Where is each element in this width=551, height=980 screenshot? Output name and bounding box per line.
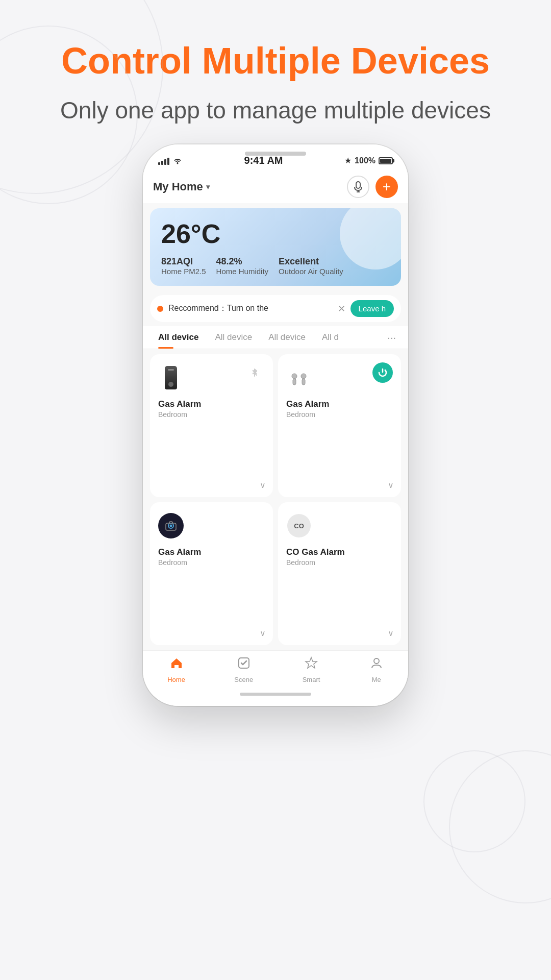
tab-all-device-3[interactable]: All device bbox=[260, 326, 314, 349]
svg-rect-5 bbox=[293, 379, 296, 385]
header-icons: + bbox=[347, 176, 398, 198]
co-badge-icon: CO bbox=[287, 514, 311, 537]
device-grid: Gas Alarm Bedroom ∨ bbox=[143, 349, 408, 650]
air-quality-label: Outdoor Air Quality bbox=[279, 267, 343, 276]
nav-home[interactable]: Home bbox=[167, 656, 185, 683]
tabs-more-button[interactable]: ··· bbox=[382, 327, 401, 349]
co-sensor-image: CO bbox=[286, 510, 312, 541]
device-card-4[interactable]: CO CO Gas Alarm Bedroom ∨ bbox=[278, 502, 401, 645]
device-icon-area-1 bbox=[158, 362, 265, 393]
device-tabs: All device All device All device All d ·… bbox=[143, 326, 408, 349]
tab-all-device-1[interactable]: All device bbox=[150, 326, 207, 349]
phone-bottom-bar bbox=[143, 688, 408, 706]
device-card-1[interactable]: Gas Alarm Bedroom ∨ bbox=[150, 354, 273, 497]
tab-all-device-2[interactable]: All device bbox=[207, 326, 260, 349]
rec-action-button[interactable]: Leave h bbox=[350, 300, 394, 317]
humidity-value: 48.2% bbox=[216, 256, 269, 267]
device-room-1: Bedroom bbox=[158, 410, 265, 419]
camera-image bbox=[158, 510, 184, 541]
recommendation-bar: Reccommend：Turn on the ✕ Leave h bbox=[150, 295, 401, 322]
home-name: My Home bbox=[153, 180, 203, 193]
mic-icon bbox=[354, 181, 363, 192]
device-icon-area-2 bbox=[286, 362, 393, 393]
me-nav-icon bbox=[369, 656, 384, 674]
home-selector[interactable]: My Home ▾ bbox=[153, 180, 210, 193]
status-off-icon-3 bbox=[244, 510, 265, 531]
weather-air-quality: Excellent Outdoor Air Quality bbox=[279, 256, 343, 276]
home-nav-icon bbox=[169, 656, 184, 674]
scene-nav-label: Scene bbox=[234, 676, 253, 683]
scene-nav-icon bbox=[237, 656, 251, 674]
device-name-2: Gas Alarm bbox=[286, 399, 393, 409]
smart-nav-icon bbox=[304, 656, 318, 674]
device-room-2: Bedroom bbox=[286, 410, 393, 419]
weather-aqi: 821AQI Home PM2.5 bbox=[161, 256, 206, 276]
page-header: Control Multiple Devices Only one app to… bbox=[0, 0, 551, 144]
svg-rect-1 bbox=[356, 182, 360, 188]
expand-icon-2[interactable]: ∨ bbox=[388, 480, 394, 490]
gas-device-image bbox=[158, 362, 184, 393]
phone-frame: 9:41 AM ★ 100% My Home ▾ bbox=[143, 144, 408, 706]
svg-rect-7 bbox=[302, 379, 305, 385]
svg-marker-14 bbox=[306, 657, 317, 668]
home-nav-label: Home bbox=[167, 676, 185, 683]
bottom-nav: Home Scene Smart bbox=[143, 650, 408, 688]
humidity-label: Home Humidity bbox=[216, 267, 269, 276]
air-quality-value: Excellent bbox=[279, 256, 343, 267]
expand-icon-3[interactable]: ∨ bbox=[260, 628, 266, 638]
svg-point-0 bbox=[177, 162, 179, 164]
weather-card: 26°C 821AQI Home PM2.5 48.2% Home Humidi… bbox=[150, 208, 401, 286]
device-room-4: Bedroom bbox=[286, 558, 393, 567]
bluetooth-off-icon bbox=[244, 362, 265, 383]
bluetooth-icon: ★ bbox=[344, 156, 352, 165]
device-card-2[interactable]: Gas Alarm Bedroom ∨ bbox=[278, 354, 401, 497]
signal-bars bbox=[158, 157, 169, 165]
rec-close-button[interactable]: ✕ bbox=[338, 303, 345, 314]
status-off-icon-4 bbox=[372, 510, 393, 531]
status-bar: 9:41 AM ★ 100% bbox=[143, 144, 408, 170]
svg-point-6 bbox=[301, 374, 306, 379]
status-right: ★ 100% bbox=[344, 156, 393, 165]
mic-button[interactable] bbox=[347, 176, 369, 198]
status-left bbox=[158, 157, 183, 165]
device-card-3[interactable]: Gas Alarm Bedroom ∨ bbox=[150, 502, 273, 645]
me-nav-label: Me bbox=[372, 676, 381, 683]
battery-icon bbox=[379, 157, 393, 164]
smart-nav-label: Smart bbox=[303, 676, 320, 683]
aqi-label: Home PM2.5 bbox=[161, 267, 206, 276]
battery-percent: 100% bbox=[355, 156, 375, 165]
status-time: 9:41 AM bbox=[244, 155, 283, 166]
nav-smart[interactable]: Smart bbox=[303, 656, 320, 683]
expand-icon-4[interactable]: ∨ bbox=[388, 628, 394, 638]
device-name-3: Gas Alarm bbox=[158, 547, 265, 557]
app-content: My Home ▾ + 26°C bbox=[143, 170, 408, 688]
device-name-4: CO Gas Alarm bbox=[286, 547, 393, 557]
airpods-icon bbox=[286, 365, 312, 390]
rec-dot-icon bbox=[157, 306, 163, 312]
svg-point-11 bbox=[170, 525, 172, 527]
notch-pill bbox=[245, 152, 306, 156]
app-header: My Home ▾ + bbox=[143, 170, 408, 203]
airpods-image bbox=[286, 362, 312, 393]
device-icon-area-4: CO bbox=[286, 510, 393, 541]
power-on-icon bbox=[372, 362, 393, 383]
device-name-1: Gas Alarm bbox=[158, 399, 265, 409]
nav-scene[interactable]: Scene bbox=[234, 656, 253, 683]
tab-all-device-4[interactable]: All d bbox=[314, 326, 347, 349]
add-button[interactable]: + bbox=[375, 176, 398, 198]
home-indicator bbox=[240, 693, 311, 696]
page-title: Control Multiple Devices bbox=[0, 41, 551, 81]
expand-icon-1[interactable]: ∨ bbox=[260, 480, 266, 490]
svg-point-4 bbox=[292, 374, 297, 379]
weather-humidity: 48.2% Home Humidity bbox=[216, 256, 269, 276]
svg-point-15 bbox=[374, 658, 379, 664]
page-subtitle: Only one app to manage multiple devices bbox=[0, 96, 551, 124]
wifi-icon bbox=[172, 157, 183, 165]
device-icon-area-3 bbox=[158, 510, 265, 541]
device-room-3: Bedroom bbox=[158, 558, 265, 567]
rec-text: Reccommend：Turn on the bbox=[168, 303, 333, 314]
chevron-down-icon: ▾ bbox=[206, 183, 210, 191]
camera-circle-icon bbox=[158, 513, 184, 538]
nav-me[interactable]: Me bbox=[369, 656, 384, 683]
aqi-value: 821AQI bbox=[161, 256, 206, 267]
